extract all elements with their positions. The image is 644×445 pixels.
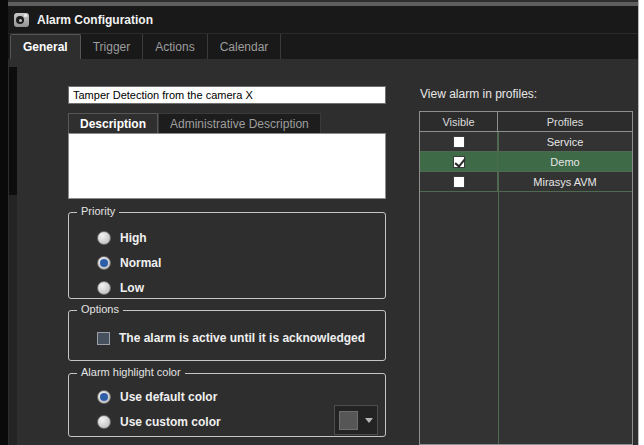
general-tab-content: Description Administrative Description P… [8, 59, 638, 445]
profile-name: Demo [498, 152, 632, 171]
visible-cell [420, 172, 498, 191]
description-textarea[interactable] [68, 133, 386, 199]
custom-color-option[interactable]: Use custom color [97, 414, 221, 430]
tab-actions[interactable]: Actions [143, 34, 207, 59]
window-left-border [0, 0, 8, 445]
chevron-down-icon [365, 418, 373, 423]
profiles-table: Visible Profiles Service Demo M [419, 111, 633, 445]
priority-low-option[interactable]: Low [97, 280, 144, 296]
visible-checkbox[interactable] [453, 136, 465, 148]
radio-normal[interactable] [97, 256, 111, 270]
radio-normal-label: Normal [120, 256, 161, 270]
profile-name: Service [498, 132, 632, 151]
tab-calendar[interactable]: Calendar [208, 34, 282, 59]
radio-default-color[interactable] [97, 390, 111, 404]
acknowledge-label: The alarm is active until it is acknowle… [119, 331, 365, 345]
description-tabbar: Description Administrative Description [68, 113, 321, 133]
radio-custom-color[interactable] [97, 415, 111, 429]
default-color-option[interactable]: Use default color [97, 389, 217, 405]
alarm-highlight-color-group: Alarm highlight color Use default color … [68, 373, 386, 437]
priority-legend: Priority [77, 205, 119, 217]
gear-icon [14, 13, 29, 27]
priority-high-option[interactable]: High [97, 230, 147, 246]
custom-color-dropdown[interactable] [334, 405, 378, 435]
radio-high[interactable] [97, 231, 111, 245]
tab-trigger[interactable]: Trigger [81, 34, 144, 59]
left-panel-strip-tail [9, 195, 17, 445]
table-row-demo[interactable]: Demo [420, 152, 632, 172]
visible-cell [420, 132, 498, 151]
tab-administrative-description[interactable]: Administrative Description [158, 113, 321, 133]
column-header-visible[interactable]: Visible [420, 112, 498, 131]
profiles-table-header: Visible Profiles [420, 112, 632, 132]
priority-group: Priority High Normal Low [68, 212, 386, 299]
screenshot-stage: Alarm Configuration General Trigger Acti… [0, 0, 644, 445]
tab-general[interactable]: General [10, 34, 81, 59]
radio-low-label: Low [120, 281, 144, 295]
visible-checkbox[interactable] [453, 156, 465, 168]
profiles-table-body: Service Demo Mirasys AVM [420, 132, 632, 444]
acknowledge-option[interactable]: The alarm is active until it is acknowle… [97, 330, 365, 346]
column-header-profiles[interactable]: Profiles [498, 112, 632, 131]
table-row-service[interactable]: Service [420, 132, 632, 152]
window-titlebar[interactable]: Alarm Configuration [8, 6, 638, 33]
color-swatch [339, 411, 358, 430]
profiles-panel-label: View alarm in profiles: [420, 87, 537, 101]
alarm-configuration-window: Alarm Configuration General Trigger Acti… [0, 0, 639, 445]
alarm-name-input[interactable] [68, 86, 386, 104]
acknowledge-checkbox[interactable] [97, 332, 110, 345]
options-group: Options The alarm is active until it is … [68, 310, 386, 361]
profile-name: Mirasys AVM [498, 172, 632, 191]
visible-cell [420, 152, 498, 171]
radio-high-label: High [120, 231, 147, 245]
custom-color-label: Use custom color [120, 415, 221, 429]
default-color-label: Use default color [120, 390, 217, 404]
table-row-mirasys-avm[interactable]: Mirasys AVM [420, 172, 632, 192]
gear-dot [24, 14, 27, 17]
radio-low[interactable] [97, 281, 111, 295]
visible-checkbox[interactable] [453, 176, 465, 188]
alarm-highlight-color-legend: Alarm highlight color [77, 366, 185, 378]
options-legend: Options [77, 303, 123, 315]
left-panel-strip [9, 67, 17, 195]
tab-description[interactable]: Description [68, 113, 158, 133]
main-tabbar: General Trigger Actions Calendar [8, 33, 638, 59]
priority-normal-option[interactable]: Normal [97, 255, 161, 271]
window-title: Alarm Configuration [37, 13, 153, 27]
